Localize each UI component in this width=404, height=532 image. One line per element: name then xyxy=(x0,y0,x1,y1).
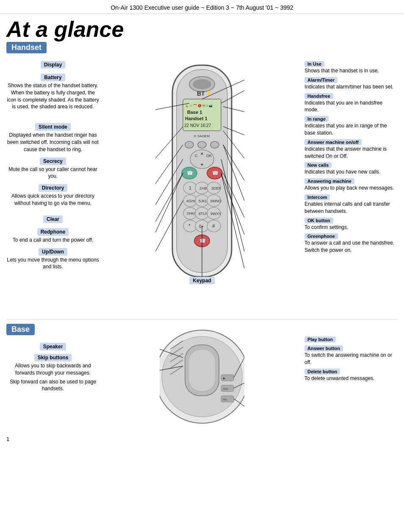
in-use-desc: Shows that the handset is in use. xyxy=(304,67,398,74)
alarm-timer-desc: Indicates that alarm/timer has been set. xyxy=(304,83,398,91)
svg-text:☎: ☎ xyxy=(212,170,219,176)
in-range-desc: Indicates that you are in range of the b… xyxy=(304,122,398,137)
answer-machine-onoff-desc: Indicates that the answer machine is swi… xyxy=(304,146,398,160)
greenphone-item: Greenphone To answer a call and use the … xyxy=(304,233,398,254)
svg-text:BT⚡: BT⚡ xyxy=(197,90,213,97)
greenphone-label: Greenphone xyxy=(304,233,338,239)
skip-buttons-label: Skip buttons xyxy=(34,354,72,361)
updown-label: Up/Down xyxy=(39,248,67,256)
svg-rect-71 xyxy=(188,349,216,391)
svg-point-13 xyxy=(210,141,219,148)
answering-machine-label: Answering machine xyxy=(304,178,354,184)
answering-machine-desc: Allows you to play back new messages. xyxy=(304,185,398,192)
directory-desc: Allows quick access to your directory wi… xyxy=(6,193,100,207)
svg-text:⊙ SAGEM: ⊙ SAGEM xyxy=(194,134,210,138)
svg-text:#: # xyxy=(212,223,215,229)
new-calls-item: New calls Indicates that you have new ca… xyxy=(304,162,398,176)
battery-desc: Shows the status of the handset battery.… xyxy=(6,82,100,110)
updown-item: Up/Down Lets you move through the menu o… xyxy=(6,248,100,271)
answer-button-desc: To switch the answering machine on or of… xyxy=(304,352,398,366)
display-label: Display xyxy=(41,61,66,69)
handset-section-badge: Handset xyxy=(6,42,47,53)
skip-buttons-item: Skip buttons Allows you to skip backward… xyxy=(6,354,100,377)
svg-text:9WXY: 9WXY xyxy=(210,212,221,216)
svg-text:☎: ☎ xyxy=(187,170,193,176)
alarm-timer-item: Alarm/Timer Indicates that alarm/timer h… xyxy=(304,77,398,91)
svg-point-12 xyxy=(198,141,206,148)
svg-text:3DEF: 3DEF xyxy=(211,186,221,190)
answer-machine-onoff-item: Answer machine on/off Indicates that the… xyxy=(304,139,398,160)
header-title: On-Air 1300 Executive user guide ~ Editi… xyxy=(111,4,293,11)
delete-button-desc: To delete unwanted messages. xyxy=(304,375,398,382)
directory-label: Directory xyxy=(39,184,68,192)
keypad-label: Keypad xyxy=(189,277,214,284)
intercom-desc: Enables internal calls and call transfer… xyxy=(304,201,398,215)
ok-button-item: OK button To confirm settings. xyxy=(304,218,398,231)
in-use-label: In Use xyxy=(304,61,324,67)
updown-desc: Lets you move through the menu options a… xyxy=(6,256,100,271)
battery-label-item: Battery Shows the status of the handset … xyxy=(6,74,100,110)
svg-text:1: 1 xyxy=(189,185,191,190)
new-calls-label: New calls xyxy=(304,162,332,168)
skip-forward-desc: Skip forward can also be used to page ha… xyxy=(6,378,100,393)
skip-buttons-desc: Allows you to skip backwards and forward… xyxy=(6,362,100,377)
secrecy-item: Secrecy Mute the call so your caller can… xyxy=(6,157,100,180)
svg-text:Handset 1: Handset 1 xyxy=(185,116,208,121)
display-label-item: Display xyxy=(6,61,100,69)
svg-text:☎: ☎ xyxy=(199,238,206,244)
in-use-item: In Use Shows that the handset is in use. xyxy=(304,61,398,74)
answer-button-label: Answer button xyxy=(304,345,343,351)
directory-item: Directory Allows quick access to your di… xyxy=(6,184,100,207)
svg-point-11 xyxy=(185,141,194,148)
intercom-label: Intercom xyxy=(304,194,330,200)
handsfree-label: Handsfree xyxy=(304,93,333,99)
svg-text:OK: OK xyxy=(206,154,212,158)
svg-point-3 xyxy=(193,79,211,89)
redphone-desc: To end a call and turn the power off. xyxy=(6,237,100,244)
greenphone-desc: To answer a call and use the handsfree. … xyxy=(304,240,398,254)
in-range-label: In range xyxy=(304,116,329,122)
play-button-item: Play button xyxy=(304,336,398,343)
svg-text:5JKL: 5JKL xyxy=(199,199,208,203)
redphone-label: Redphone xyxy=(37,228,69,236)
svg-text:C: C xyxy=(195,154,198,158)
svg-text:4GHI: 4GHI xyxy=(186,199,195,203)
handsfree-item: Handsfree Indicates that you are in hand… xyxy=(304,93,398,114)
svg-text:6MNO: 6MNO xyxy=(210,199,221,203)
delete-button-item: Delete button To delete unwanted message… xyxy=(304,369,398,382)
base-section-badge: Base xyxy=(6,324,35,335)
page-header: On-Air 1300 Executive user guide ~ Editi… xyxy=(0,0,404,14)
handset-illustration: 🔒 ☆ ⏰ 🔕 ✉ ◇ 📷 Base 1 Handset 1 22 NOV 16… xyxy=(155,61,249,281)
ok-button-desc: To confirm settings. xyxy=(304,224,398,231)
handsfree-desc: Indicates that you are in handsfree mode… xyxy=(304,99,398,114)
clear-item: Clear xyxy=(6,215,100,224)
page-number: 1 xyxy=(6,436,398,442)
answering-machine-item: Answering machine Allows you to play bac… xyxy=(304,178,398,192)
ok-button-label: OK button xyxy=(304,218,333,223)
base-illustration: ▶ ANS DEL xyxy=(160,324,244,430)
svg-text:7PRS: 7PRS xyxy=(186,212,196,216)
speaker-label: Speaker xyxy=(40,343,66,350)
svg-text:*: * xyxy=(188,223,191,229)
silent-mode-item: Silent mode Displayed when the handset r… xyxy=(6,123,100,153)
svg-text:🔒 ☆ ⏰ 🔕 ✉ ◇ 📷: 🔒 ☆ ⏰ 🔕 ✉ ◇ 📷 xyxy=(185,104,213,108)
redphone-item: Redphone To end a call and turn the powe… xyxy=(6,228,100,244)
svg-text:Base 1: Base 1 xyxy=(187,110,202,115)
intercom-item: Intercom Enables internal calls and call… xyxy=(304,194,398,215)
alarm-timer-label: Alarm/Timer xyxy=(304,77,338,83)
delete-button-label: Delete button xyxy=(304,369,340,375)
secrecy-desc: Mute the call so your caller cannot hear… xyxy=(6,166,100,180)
svg-text:ANS: ANS xyxy=(223,388,228,390)
silent-mode-label: Silent mode xyxy=(35,123,71,131)
silent-mode-desc: Displayed when the handset ringer has be… xyxy=(6,132,100,153)
svg-text:22 NOV    16:27: 22 NOV 16:27 xyxy=(184,123,211,128)
battery-label: Battery xyxy=(41,74,65,81)
svg-text:0+: 0+ xyxy=(199,224,204,229)
in-range-item: In range Indicates that you are in range… xyxy=(304,116,398,137)
page-title: At a glance xyxy=(6,18,398,40)
clear-label: Clear xyxy=(43,215,63,223)
secrecy-label: Secrecy xyxy=(40,157,66,165)
svg-text:DEL: DEL xyxy=(223,398,228,401)
answer-button-item: Answer button To switch the answering ma… xyxy=(304,345,398,366)
play-button-label: Play button xyxy=(304,336,336,342)
